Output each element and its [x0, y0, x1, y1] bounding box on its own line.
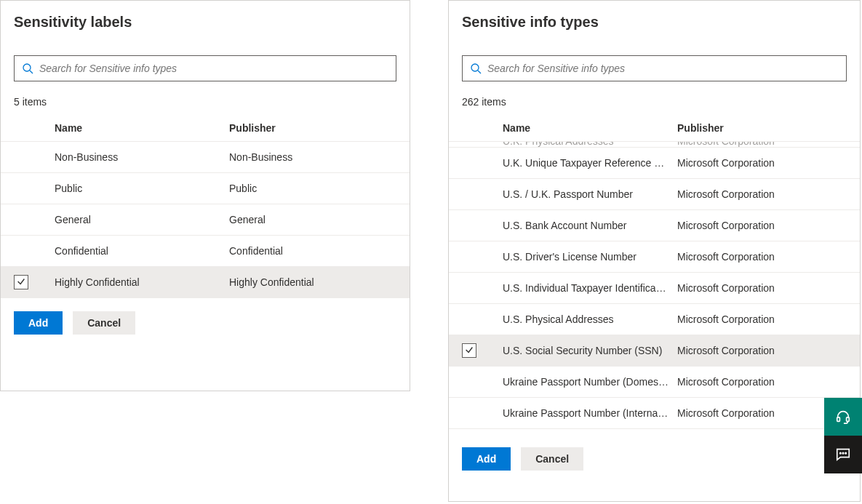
partial-row-top: U.K. Physical Addresses Microsoft Corpor…: [449, 142, 860, 148]
checkbox[interactable]: [14, 275, 28, 289]
list-body-left: Non-BusinessNon-BusinessPublicPublicGene…: [1, 142, 410, 298]
row-publisher: Microsoft Corporation: [677, 157, 860, 169]
floating-actions: [824, 398, 862, 473]
row-publisher: General: [229, 214, 410, 225]
row-name: Confidential: [55, 245, 229, 257]
button-bar: Add Cancel: [449, 434, 860, 484]
add-button[interactable]: Add: [462, 447, 511, 471]
list-header: Name Publisher: [1, 115, 410, 142]
table-row[interactable]: PublicPublic: [1, 173, 410, 204]
add-button[interactable]: Add: [14, 311, 63, 335]
table-row[interactable]: U.S. Physical AddressesMicrosoft Corpora…: [449, 304, 860, 335]
row-name: U.S. Physical Addresses: [503, 313, 677, 325]
panel-title: Sensitive info types: [449, 1, 860, 35]
svg-point-8: [845, 452, 846, 453]
row-publisher: Highly Confidential: [229, 276, 410, 288]
row-publisher: Microsoft Corporation: [677, 282, 860, 294]
row-name: U.S. / U.K. Passport Number: [503, 188, 677, 200]
table-row[interactable]: Non-BusinessNon-Business: [1, 142, 410, 173]
svg-point-6: [840, 452, 841, 453]
search-icon: [470, 63, 482, 74]
row-publisher: Microsoft Corporation: [677, 376, 860, 388]
checkbox[interactable]: [462, 343, 476, 358]
row-name: Ukraine Passport Number (Domestic): [503, 376, 677, 388]
row-name: U.K. Unique Taxpayer Reference Number: [503, 157, 677, 169]
item-count: 262 items: [449, 87, 860, 115]
row-publisher: Public: [229, 183, 410, 194]
row-checkbox-cell: [462, 343, 503, 358]
table-row[interactable]: U.S. / U.K. Passport NumberMicrosoft Cor…: [449, 179, 860, 210]
row-publisher: Microsoft Corporation: [677, 188, 860, 200]
scroll-area[interactable]: U.K. Physical Addresses Microsoft Corpor…: [449, 142, 860, 434]
col-publisher-header[interactable]: Publisher: [229, 122, 410, 134]
list-body-right: U.K. Unique Taxpayer Reference NumberMic…: [449, 148, 860, 429]
button-bar: Add Cancel: [1, 298, 410, 348]
table-row[interactable]: U.S. Individual Taxpayer Identification …: [449, 273, 860, 304]
table-row[interactable]: U.S. Bank Account NumberMicrosoft Corpor…: [449, 210, 860, 241]
table-row[interactable]: U.K. Unique Taxpayer Reference NumberMic…: [449, 148, 860, 179]
col-check-header: [462, 122, 503, 134]
table-row[interactable]: Highly ConfidentialHighly Confidential: [1, 267, 410, 298]
svg-line-1: [30, 71, 33, 73]
svg-line-3: [478, 71, 481, 73]
row-publisher: Confidential: [229, 245, 410, 257]
svg-point-7: [842, 452, 843, 453]
row-checkbox-cell: [14, 275, 55, 289]
checkmark-icon: [464, 345, 474, 357]
help-headset-button[interactable]: [824, 398, 862, 436]
row-name: Highly Confidential: [55, 276, 229, 288]
row-name: U.S. Individual Taxpayer Identification …: [503, 282, 677, 294]
row-publisher: Microsoft Corporation: [677, 345, 860, 356]
table-row[interactable]: Ukraine Passport Number (Domestic)Micros…: [449, 367, 860, 398]
row-name: Ukraine Passport Number (International): [503, 407, 677, 419]
row-publisher: Microsoft Corporation: [677, 251, 860, 263]
col-name-header[interactable]: Name: [503, 122, 677, 134]
search-box[interactable]: [462, 55, 847, 81]
cancel-button[interactable]: Cancel: [73, 311, 135, 335]
row-name: Public: [55, 183, 229, 194]
search-box[interactable]: [14, 55, 396, 81]
cancel-button[interactable]: Cancel: [521, 447, 583, 471]
sensitive-info-types-panel: Sensitive info types 262 items Name Publ…: [448, 0, 861, 502]
table-row[interactable]: Ukraine Passport Number (International)M…: [449, 398, 860, 429]
item-count: 5 items: [1, 87, 410, 115]
search-input[interactable]: [39, 63, 388, 74]
table-row[interactable]: U.S. Driver's License NumberMicrosoft Co…: [449, 241, 860, 273]
svg-point-0: [23, 64, 31, 71]
feedback-button[interactable]: [824, 436, 862, 473]
row-publisher: Non-Business: [229, 151, 410, 163]
svg-rect-5: [847, 417, 850, 422]
search-icon: [22, 63, 33, 74]
row-publisher: Microsoft Corporation: [677, 220, 860, 231]
svg-point-2: [471, 64, 479, 71]
row-publisher: Microsoft Corporation: [677, 313, 860, 325]
table-row[interactable]: GeneralGeneral: [1, 204, 410, 236]
list-header: Name Publisher: [449, 115, 860, 142]
row-name: General: [55, 214, 229, 225]
svg-rect-4: [837, 417, 840, 422]
sensitivity-labels-panel: Sensitivity labels 5 items Name Publishe…: [0, 0, 410, 391]
row-name: U.S. Driver's License Number: [503, 251, 677, 263]
col-name-header[interactable]: Name: [55, 122, 229, 134]
search-wrap: [1, 35, 410, 87]
search-input[interactable]: [487, 63, 839, 74]
table-row[interactable]: ConfidentialConfidential: [1, 236, 410, 267]
col-publisher-header[interactable]: Publisher: [677, 122, 860, 134]
table-row[interactable]: U.S. Social Security Number (SSN)Microso…: [449, 335, 860, 367]
col-check-header: [14, 122, 55, 134]
row-name: U.S. Bank Account Number: [503, 220, 677, 231]
checkmark-icon: [16, 276, 26, 289]
row-name: Non-Business: [55, 151, 229, 163]
row-name: U.S. Social Security Number (SSN): [503, 345, 677, 356]
panel-title: Sensitivity labels: [1, 1, 410, 35]
search-wrap: [449, 35, 860, 87]
